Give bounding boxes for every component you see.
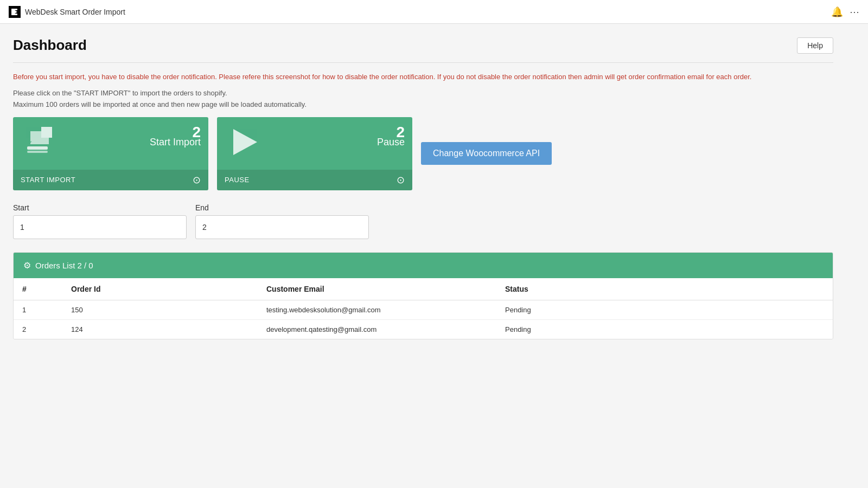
- header-row: Dashboard Help: [13, 37, 833, 63]
- import-icon: ↓: [25, 127, 60, 163]
- topbar: WebDesk Smart Order Import 🔔 ⋯: [0, 0, 868, 24]
- info-line1: Please click on the "START IMPORT" to im…: [13, 89, 833, 97]
- svg-rect-4: [27, 146, 48, 150]
- pause-footer-text: PAUSE: [225, 176, 250, 184]
- cell-email: testing.webdesksolution@gmail.com: [258, 300, 496, 319]
- main-content: Dashboard Help Before you start import, …: [0, 24, 846, 352]
- cards-row: 2 ↓ Start Import START IMPORT ⊙ 2: [13, 117, 833, 190]
- cell-status: Pending: [496, 319, 833, 339]
- pause-icon: [229, 127, 259, 163]
- app-logo: [9, 6, 21, 18]
- info-line2: Maximum 100 orders will be imported at o…: [13, 100, 833, 108]
- warning-text: Before you start import, you have to dis…: [13, 72, 833, 82]
- start-import-arrow: ⊙: [193, 174, 201, 186]
- cell-email: development.qatesting@gmail.com: [258, 319, 496, 339]
- svg-marker-7: [41, 127, 52, 138]
- table-row: 2 124 development.qatesting@gmail.com Pe…: [14, 319, 833, 339]
- cell-order-id: 150: [62, 300, 258, 319]
- orders-header: ⚙ Orders List 2 / 0: [14, 253, 833, 278]
- cell-order-id: 124: [62, 319, 258, 339]
- cell-status: Pending: [496, 300, 833, 319]
- svg-marker-9: [233, 129, 257, 155]
- end-input-group: End: [195, 203, 369, 239]
- col-header-status: Status: [496, 278, 833, 300]
- start-input-group: Start: [13, 203, 187, 239]
- start-import-label: Start Import: [150, 137, 201, 148]
- orders-table: # Order Id Customer Email Status 1 150 t…: [14, 278, 833, 339]
- start-import-footer-text: START IMPORT: [21, 176, 75, 184]
- start-input[interactable]: [13, 215, 187, 239]
- app-title: WebDesk Smart Order Import: [25, 8, 125, 16]
- bell-icon[interactable]: 🔔: [831, 6, 843, 18]
- col-header-order-id: Order Id: [62, 278, 258, 300]
- svg-rect-5: [27, 151, 48, 153]
- svg-rect-3: [11, 9, 13, 15]
- col-header-hash: #: [14, 278, 62, 300]
- table-header-row: # Order Id Customer Email Status: [14, 278, 833, 300]
- table-row: 1 150 testing.webdesksolution@gmail.com …: [14, 300, 833, 319]
- gear-icon: ⚙: [23, 260, 31, 271]
- change-api-button[interactable]: Change Woocommerce API: [421, 142, 552, 165]
- cell-index: 2: [14, 319, 62, 339]
- pause-arrow: ⊙: [397, 174, 405, 186]
- orders-list-title: Orders List 2 / 0: [35, 261, 93, 270]
- start-import-card[interactable]: 2 ↓ Start Import START IMPORT ⊙: [13, 117, 208, 190]
- start-import-footer: START IMPORT ⊙: [13, 170, 208, 190]
- topbar-right: 🔔 ⋯: [831, 6, 859, 18]
- more-icon[interactable]: ⋯: [850, 6, 859, 18]
- end-label: End: [195, 203, 369, 212]
- page-title: Dashboard: [13, 37, 87, 54]
- pause-footer: PAUSE ⊙: [217, 170, 412, 190]
- cell-index: 1: [14, 300, 62, 319]
- help-button[interactable]: Help: [797, 37, 833, 54]
- topbar-left: WebDesk Smart Order Import: [9, 6, 125, 18]
- end-input[interactable]: [195, 215, 369, 239]
- inputs-row: Start End: [13, 203, 833, 239]
- pause-label: Pause: [377, 137, 405, 148]
- pause-card[interactable]: 2 Pause PAUSE ⊙: [217, 117, 412, 190]
- orders-section: ⚙ Orders List 2 / 0 # Order Id Customer …: [13, 252, 833, 339]
- start-label: Start: [13, 203, 187, 212]
- col-header-email: Customer Email: [258, 278, 496, 300]
- svg-text:↓: ↓: [26, 130, 34, 146]
